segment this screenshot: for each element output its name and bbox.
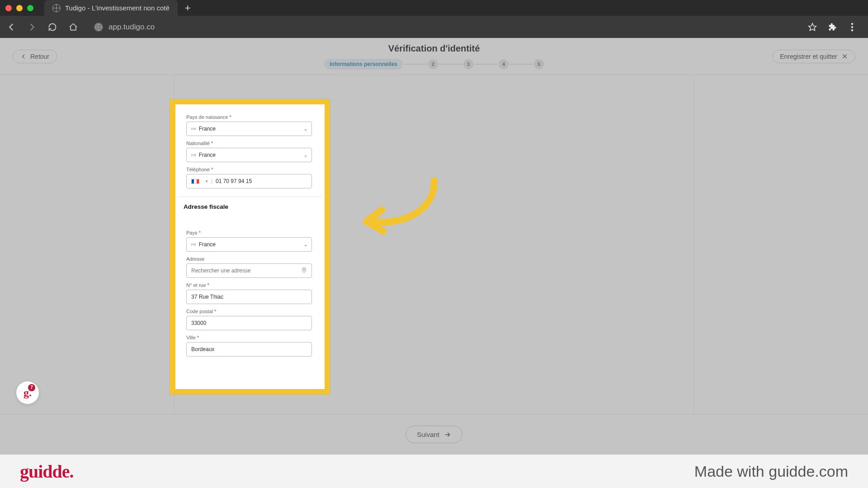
svg-point-1 — [851, 23, 853, 24]
browser-nav-bar: app.tudigo.co — [0, 16, 868, 38]
suivant-label: Suivant — [417, 431, 439, 438]
arrow-left-icon — [20, 53, 27, 60]
guidde-footer: guidde. Made with guidde.com — [0, 455, 868, 488]
app-viewport: Retour Vérification d'identité Informati… — [0, 38, 868, 455]
svg-point-3 — [851, 29, 853, 31]
ville-label: Ville — [186, 335, 196, 340]
map-pin-icon — [301, 267, 307, 274]
pays-naissance-block: Pays de naissance * FR France ⌄ — [186, 114, 314, 136]
phone-country-selector[interactable]: ▾ — [191, 179, 212, 184]
guidde-badge-icon: g. 7 — [24, 387, 32, 399]
tab-title: Tudigo - L'investissement non coté — [65, 4, 170, 12]
new-tab-button[interactable]: + — [185, 2, 191, 14]
home-icon[interactable] — [69, 23, 80, 32]
window-close-icon[interactable] — [5, 5, 12, 11]
close-icon — [842, 53, 848, 59]
save-quit-button[interactable]: Enregistrer et quitter — [772, 50, 855, 63]
nationalite-label: Nationalité — [186, 141, 210, 146]
site-info-icon[interactable] — [94, 23, 103, 32]
pays-label: Pays — [186, 230, 197, 235]
nationalite-value: France — [199, 152, 216, 158]
section-adresse-fiscale: Adresse fiscale — [184, 203, 314, 210]
highlight-contents: Pays de naissance * FR France ⌄ National… — [178, 108, 322, 357]
window-minimize-icon[interactable] — [16, 5, 23, 11]
guidde-logo: guidde. — [20, 461, 74, 482]
pays-naissance-label: Pays de naissance — [186, 114, 228, 120]
guidde-made-with: Made with guidde.com — [694, 463, 848, 480]
cp-block: Code postal * 33000 — [186, 309, 314, 330]
step-2: 2 — [428, 59, 438, 69]
browser-menu-icon[interactable] — [847, 22, 857, 32]
pays-select[interactable]: FR France ⌄ — [186, 237, 312, 252]
telephone-block: Téléphone * ▾ 01 70 97 94 15 — [186, 167, 314, 188]
window-maximize-icon[interactable] — [27, 5, 33, 11]
chevron-down-icon: ⌄ — [303, 126, 308, 132]
telephone-value: 01 70 97 94 15 — [216, 178, 252, 184]
browser-tab[interactable]: Tudigo - L'investissement non coté — [44, 0, 178, 16]
numrue-block: N° et rue * 37 Rue Thiac — [186, 282, 314, 304]
step-3: 3 — [463, 59, 473, 69]
forward-icon[interactable] — [27, 22, 38, 32]
numrue-value: 37 Rue Thiac — [191, 294, 223, 300]
flag-prefix-text: FR — [191, 153, 196, 157]
pays-naissance-value: France — [199, 126, 216, 132]
app-header: Retour Vérification d'identité Informati… — [0, 38, 868, 75]
cp-value: 33000 — [191, 320, 206, 326]
svg-marker-0 — [809, 23, 816, 30]
form-footer: Suivant — [0, 414, 868, 455]
pays-naissance-select[interactable]: FR France ⌄ — [186, 122, 312, 136]
stepper: Informations personnelles 2 3 4 5 — [324, 59, 544, 70]
back-button[interactable]: Retour — [13, 50, 57, 63]
ville-value: Bordeaux — [191, 346, 214, 352]
window-controls — [5, 5, 33, 11]
pays-block: Pays * FR France ⌄ — [186, 230, 314, 252]
step-1-active: Informations personnelles — [324, 59, 403, 70]
chevron-down-icon: ▾ — [206, 179, 208, 183]
ville-field[interactable]: Bordeaux — [186, 342, 312, 357]
reload-icon[interactable] — [48, 23, 59, 32]
telephone-label: Téléphone — [186, 167, 210, 172]
flag-prefix-text: FR — [191, 127, 196, 131]
svg-point-4 — [303, 269, 305, 270]
flag-prefix-text: FR — [191, 243, 196, 247]
adresse-block: Adresse — [186, 256, 314, 278]
nationalite-block: Nationalité * FR France ⌄ — [186, 141, 314, 162]
url-text: app.tudigo.co — [108, 23, 155, 32]
cp-label: Code postal — [186, 309, 213, 314]
pays-value: France — [199, 241, 216, 248]
svg-point-2 — [851, 26, 853, 28]
back-icon[interactable] — [6, 22, 17, 32]
adresse-search-field[interactable] — [186, 263, 312, 278]
numrue-field[interactable]: 37 Rue Thiac — [186, 290, 312, 304]
bookmark-star-icon[interactable] — [807, 22, 817, 32]
guidde-badge-button[interactable]: g. 7 — [16, 381, 39, 404]
divider — [178, 197, 322, 197]
back-label: Retour — [30, 53, 49, 60]
numrue-label: N° et rue — [186, 282, 206, 288]
suivant-button[interactable]: Suivant — [406, 426, 462, 443]
flag-fr-icon — [191, 179, 199, 184]
save-quit-label: Enregistrer et quitter — [780, 53, 837, 60]
step-4: 4 — [499, 59, 509, 69]
arrow-right-icon — [444, 431, 451, 438]
url-bar[interactable]: app.tudigo.co — [94, 23, 155, 32]
chevron-down-icon: ⌄ — [303, 152, 308, 158]
nationalite-select[interactable]: FR France ⌄ — [186, 148, 312, 162]
adresse-search-input[interactable] — [191, 267, 307, 274]
ville-block: Ville * Bordeaux — [186, 335, 314, 357]
chevron-down-icon: ⌄ — [303, 241, 308, 248]
adresse-label: Adresse — [186, 256, 314, 262]
browser-chrome: Tudigo - L'investissement non coté + app… — [0, 0, 868, 38]
page-title: Vérification d'identité — [388, 43, 480, 54]
extensions-icon[interactable] — [827, 22, 837, 32]
step-5: 5 — [534, 59, 544, 69]
browser-tab-bar: Tudigo - L'investissement non coté + — [0, 0, 868, 16]
telephone-field[interactable]: ▾ 01 70 97 94 15 — [186, 174, 312, 188]
cp-field[interactable]: 33000 — [186, 316, 312, 330]
guidde-badge-count: 7 — [28, 384, 35, 391]
globe-icon — [52, 4, 61, 12]
